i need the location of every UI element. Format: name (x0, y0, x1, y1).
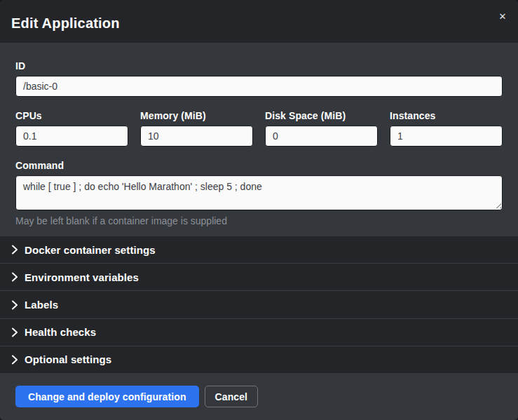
chevron-right-icon (11, 272, 18, 282)
memory-field-group: Memory (MiB) (140, 109, 253, 147)
section-labels[interactable]: Labels (0, 291, 518, 318)
modal-footer: Change and deploy configuration Cancel (0, 373, 518, 420)
cancel-button[interactable]: Cancel (205, 386, 259, 407)
chevron-right-icon (11, 327, 18, 337)
section-docker-container-settings[interactable]: Docker container settings (0, 236, 518, 264)
instances-label: Instances (390, 109, 503, 122)
id-field-group: ID (15, 60, 503, 97)
disk-input[interactable] (265, 126, 378, 147)
application-form: ID CPUs Memory (MiB) Disk Space (MiB) In… (0, 43, 518, 236)
close-icon[interactable]: ✕ (496, 11, 509, 23)
disk-label: Disk Space (MiB) (265, 109, 378, 122)
disk-field-group: Disk Space (MiB) (265, 109, 378, 147)
command-textarea[interactable]: while [ true ] ; do echo 'Hello Marathon… (15, 175, 503, 210)
modal-header: Edit Application ✕ (0, 0, 518, 43)
change-and-deploy-button[interactable]: Change and deploy configuration (15, 386, 199, 407)
chevron-right-icon (11, 245, 18, 255)
cpus-label: CPUs (15, 109, 128, 122)
instances-field-group: Instances (390, 109, 503, 147)
chevron-right-icon (11, 355, 18, 365)
command-label: Command (15, 159, 503, 172)
memory-input[interactable] (140, 126, 253, 147)
section-environment-variables[interactable]: Environment variables (0, 264, 518, 291)
modal-title: Edit Application (11, 15, 120, 31)
command-textarea-wrap: while [ true ] ; do echo 'Hello Marathon… (15, 175, 503, 210)
section-label: Docker container settings (25, 244, 156, 256)
edit-application-modal: Edit Application ✕ ID CPUs Memory (MiB) … (0, 0, 518, 420)
section-health-checks[interactable]: Health checks (0, 319, 518, 346)
section-label: Environment variables (25, 271, 139, 283)
memory-label: Memory (MiB) (140, 109, 253, 122)
id-label: ID (15, 60, 503, 72)
section-optional-settings[interactable]: Optional settings (0, 346, 518, 373)
instances-input[interactable] (390, 126, 503, 147)
collapsible-sections: Docker container settings Environment va… (0, 236, 518, 373)
id-input[interactable] (15, 76, 503, 97)
command-help-text: May be left blank if a container image i… (15, 215, 503, 227)
section-label: Optional settings (25, 353, 111, 365)
resources-row: CPUs Memory (MiB) Disk Space (MiB) Insta… (15, 109, 503, 147)
cpus-field-group: CPUs (15, 109, 128, 147)
command-field-group: Command while [ true ] ; do echo 'Hello … (15, 159, 503, 227)
section-label: Labels (25, 299, 58, 311)
cpus-input[interactable] (15, 126, 128, 147)
chevron-right-icon (11, 300, 18, 310)
section-label: Health checks (25, 326, 96, 338)
